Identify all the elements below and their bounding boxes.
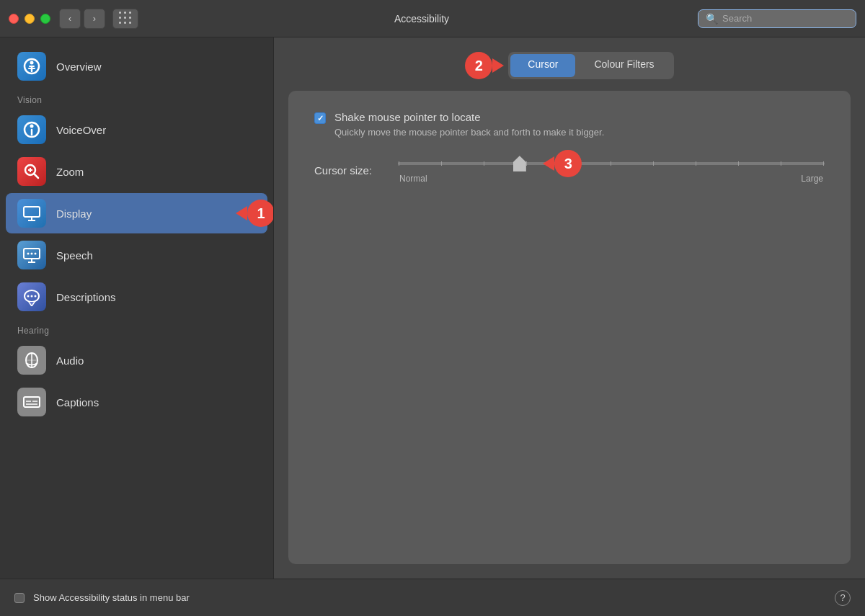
shake-pointer-row: ✓ Shake mouse pointer to locate Quickly … <box>314 111 825 139</box>
checkbox-title: Shake mouse pointer to locate <box>334 111 604 123</box>
display-label: Display <box>56 207 92 220</box>
minimize-button[interactable] <box>25 14 35 24</box>
content-area: ✓ Shake mouse pointer to locate Quickly … <box>288 91 851 564</box>
descriptions-label: Descriptions <box>56 291 116 303</box>
annotation-1-badge: 1 <box>236 200 274 227</box>
slider-thumb[interactable] <box>513 156 526 171</box>
tabs: Cursor Colour Filters <box>508 52 673 79</box>
search-icon: 🔍 <box>706 13 718 24</box>
zoom-label: Zoom <box>56 166 84 178</box>
annotation-2-wrapper: 2 <box>465 52 504 79</box>
main-content: Overview Vision VoiceOver <box>0 37 865 579</box>
search-input[interactable] <box>722 13 848 24</box>
slider-track <box>398 162 825 165</box>
speech-icon <box>17 241 46 269</box>
annotation-3-wrapper: 3 <box>543 150 582 177</box>
cursor-size-row: Cursor size: <box>314 156 825 184</box>
back-button[interactable]: ‹ <box>59 9 81 29</box>
menu-bar-label: Show Accessibility status in menu bar <box>33 592 190 603</box>
sidebar-item-voiceover[interactable]: VoiceOver <box>6 110 267 150</box>
captions-icon <box>17 388 46 416</box>
sidebar-item-descriptions[interactable]: Descriptions <box>6 277 267 317</box>
sidebar-item-zoom[interactable]: Zoom <box>6 151 267 192</box>
sidebar-item-overview[interactable]: Overview <box>6 46 267 86</box>
annotation-2-circle: 2 <box>465 52 492 79</box>
window-title: Accessibility <box>146 13 698 24</box>
display-icon <box>17 199 46 228</box>
svg-rect-12 <box>24 207 40 217</box>
maximize-button[interactable] <box>40 14 50 24</box>
svg-point-18 <box>27 253 30 255</box>
bottom-bar: Show Accessibility status in menu bar ? <box>0 579 865 616</box>
voiceover-icon <box>17 115 46 144</box>
svg-line-9 <box>34 174 38 178</box>
nav-buttons: ‹ › <box>59 9 105 29</box>
svg-point-22 <box>27 295 30 298</box>
captions-label: Captions <box>56 396 99 409</box>
descriptions-icon <box>17 282 46 311</box>
right-panel: 2 Cursor Colour Filters ✓ Shake mouse po… <box>274 37 865 579</box>
annotation-3-arrow <box>543 156 554 171</box>
slider-labels: Normal Large <box>398 174 825 184</box>
annotation-2-arrow <box>492 58 504 73</box>
audio-label: Audio <box>56 354 84 367</box>
slider-track-container: 3 <box>398 156 825 171</box>
svg-point-19 <box>31 253 33 255</box>
menu-bar-checkbox[interactable] <box>14 593 25 603</box>
svg-point-1 <box>30 61 34 65</box>
help-button[interactable]: ? <box>835 590 851 606</box>
titlebar: ‹ › Accessibility 🔍 <box>0 0 865 37</box>
close-button[interactable] <box>9 14 19 24</box>
checkbox-description: Quickly move the mouse pointer back and … <box>334 126 604 139</box>
grid-button[interactable] <box>112 9 138 29</box>
forward-button[interactable]: › <box>84 9 105 29</box>
svg-point-24 <box>35 295 37 298</box>
svg-point-23 <box>31 295 33 298</box>
voiceover-label: VoiceOver <box>56 124 106 136</box>
slider-max-label: Large <box>801 174 823 184</box>
svg-point-20 <box>35 253 37 255</box>
checkbox-text: Shake mouse pointer to locate Quickly mo… <box>334 111 604 139</box>
tab-colour-filters[interactable]: Colour Filters <box>577 54 671 77</box>
tabs-container: 2 Cursor Colour Filters <box>288 52 851 79</box>
sidebar-item-display[interactable]: Display 1 <box>6 193 267 233</box>
overview-icon <box>17 52 46 81</box>
tab-cursor[interactable]: Cursor <box>510 54 575 77</box>
overview-label: Overview <box>56 61 102 73</box>
speech-label: Speech <box>56 249 93 262</box>
shake-pointer-checkbox[interactable]: ✓ <box>314 112 326 124</box>
sidebar-item-speech[interactable]: Speech <box>6 235 267 275</box>
annotation-1-circle: 1 <box>247 200 274 227</box>
grid-icon <box>119 12 133 25</box>
search-bar[interactable]: 🔍 <box>698 9 856 28</box>
svg-point-6 <box>30 125 34 128</box>
annotation-3-circle: 3 <box>554 150 582 177</box>
traffic-lights <box>9 14 50 24</box>
zoom-icon <box>17 157 46 186</box>
hearing-section-header: Hearing <box>0 318 273 339</box>
slider-container: 3 Normal Large <box>398 156 825 184</box>
vision-section-header: Vision <box>0 88 273 108</box>
checkmark-icon: ✓ <box>317 114 324 123</box>
slider-min-label: Normal <box>399 174 427 184</box>
audio-icon <box>17 346 46 375</box>
sidebar-item-captions[interactable]: Captions <box>6 382 267 422</box>
sidebar: Overview Vision VoiceOver <box>0 37 274 579</box>
svg-rect-28 <box>24 397 40 407</box>
sidebar-item-audio[interactable]: Audio <box>6 340 267 380</box>
cursor-size-label: Cursor size: <box>314 164 386 177</box>
